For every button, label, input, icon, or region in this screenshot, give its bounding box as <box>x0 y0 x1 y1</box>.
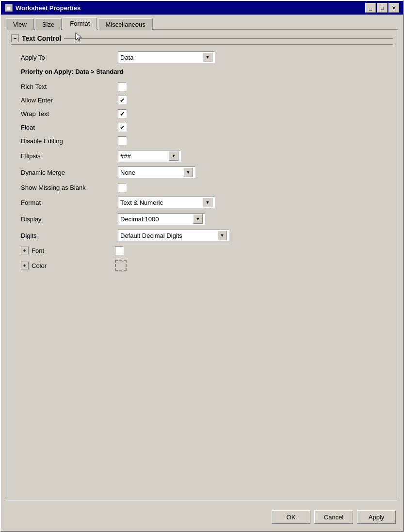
disable-editing-row: Disable Editing <box>11 136 393 145</box>
digits-row: Digits Default Decimal Digits ▼ <box>11 230 393 241</box>
title-bar-left: ■ Worksheet Properties <box>5 4 81 12</box>
window-icon: ■ <box>5 4 13 12</box>
close-button[interactable]: ✕ <box>388 3 399 13</box>
digits-value: Default Decimal Digits <box>120 232 182 239</box>
wrap-text-checkmark: ✔ <box>120 111 125 117</box>
float-row: Float ✔ <box>11 123 393 132</box>
display-select[interactable]: Decimal:1000 ▼ <box>118 213 205 225</box>
font-label: Font <box>32 247 109 254</box>
font-row: + Font <box>11 246 393 255</box>
apply-button[interactable]: Apply <box>357 510 396 524</box>
rich-text-label: Rich Text <box>21 83 118 90</box>
ellipsis-label: Ellipsis <box>21 152 118 160</box>
wrap-text-row: Wrap Text ✔ <box>11 109 393 118</box>
ellipsis-arrow: ▼ <box>169 151 178 161</box>
title-bar: ■ Worksheet Properties _ □ ✕ <box>1 1 403 15</box>
rich-text-row: Rich Text <box>11 82 393 91</box>
tab-size[interactable]: Size <box>35 18 62 30</box>
tab-view[interactable]: View <box>6 18 34 30</box>
worksheet-properties-window: ■ Worksheet Properties _ □ ✕ View Size F… <box>0 0 404 532</box>
show-missing-row: Show Missing as Blank <box>11 183 393 192</box>
tabs-row: View Size Format Miscellaneous <box>1 15 403 29</box>
ellipsis-select[interactable]: ### ▼ <box>118 150 181 162</box>
section-divider <box>64 38 393 39</box>
ellipsis-control: ### ▼ <box>118 150 181 162</box>
format-value: Text & Numeric <box>120 199 163 206</box>
apply-to-control: Data ▼ <box>118 51 215 63</box>
allow-enter-label: Allow Enter <box>21 97 118 104</box>
priority-row: Priority on Apply: Data > Standard <box>11 68 393 75</box>
tab-format[interactable]: Format <box>63 17 97 30</box>
ok-button[interactable]: OK <box>272 510 310 524</box>
display-value: Decimal:1000 <box>120 216 159 223</box>
color-label: Color <box>32 262 109 269</box>
dynamic-merge-row: Dynamic Merge None ▼ <box>11 166 393 178</box>
dynamic-merge-label: Dynamic Merge <box>21 169 118 176</box>
priority-text: Priority on Apply: Data > Standard <box>21 68 124 75</box>
tab-miscellaneous[interactable]: Miscellaneous <box>98 18 152 30</box>
apply-to-select[interactable]: Data ▼ <box>118 51 215 63</box>
rich-text-checkbox[interactable] <box>118 82 127 91</box>
float-label: Float <box>21 124 118 131</box>
dynamic-merge-control: None ▼ <box>118 166 195 178</box>
format-arrow: ▼ <box>203 198 212 207</box>
format-select[interactable]: Text & Numeric ▼ <box>118 197 215 208</box>
buttons-row: OK Cancel Apply <box>1 505 403 531</box>
display-label: Display <box>21 216 118 223</box>
wrap-text-label: Wrap Text <box>21 110 118 117</box>
disable-editing-checkbox[interactable] <box>118 136 127 145</box>
minimize-button[interactable]: _ <box>365 3 376 13</box>
maximize-button[interactable]: □ <box>377 3 388 13</box>
display-control: Decimal:1000 ▼ <box>118 213 205 225</box>
allow-enter-checkmark: ✔ <box>120 97 125 103</box>
disable-editing-label: Disable Editing <box>21 137 118 145</box>
title-buttons: _ □ ✕ <box>365 3 399 13</box>
text-control-collapse-button[interactable]: − <box>11 34 19 42</box>
digits-label: Digits <box>21 232 118 239</box>
digits-select[interactable]: Default Decimal Digits ▼ <box>118 230 229 241</box>
display-row: Display Decimal:1000 ▼ <box>11 213 393 225</box>
display-arrow: ▼ <box>193 214 203 224</box>
ellipsis-value: ### <box>120 152 131 160</box>
font-subsection-header: + Font <box>21 247 109 254</box>
apply-to-label: Apply To <box>21 54 118 61</box>
window-title: Worksheet Properties <box>16 4 81 12</box>
allow-enter-checkbox[interactable]: ✔ <box>118 96 127 104</box>
digits-control: Default Decimal Digits ▼ <box>118 230 229 241</box>
cancel-button[interactable]: Cancel <box>314 510 353 524</box>
dynamic-merge-arrow: ▼ <box>183 167 193 177</box>
apply-to-row: Apply To Data ▼ <box>11 51 393 63</box>
dynamic-merge-value: None <box>120 169 135 176</box>
text-control-title: Text Control <box>22 34 61 42</box>
show-missing-label: Show Missing as Blank <box>21 184 118 191</box>
font-expand-button[interactable]: + <box>21 247 29 254</box>
content-area: − Text Control Apply To Data ▼ Priority … <box>6 29 398 500</box>
dynamic-merge-select[interactable]: None ▼ <box>118 166 195 178</box>
format-label: Format <box>21 199 118 206</box>
wrap-text-checkbox[interactable]: ✔ <box>118 109 127 118</box>
window-icon-symbol: ■ <box>7 4 11 12</box>
text-control-section-header: − Text Control <box>11 34 393 45</box>
color-subsection-header: + Color <box>21 262 109 269</box>
ellipsis-row: Ellipsis ### ▼ <box>11 150 393 162</box>
font-checkbox[interactable] <box>115 246 124 255</box>
apply-to-arrow: ▼ <box>203 52 212 62</box>
color-row: + Color <box>11 260 393 271</box>
float-checkbox[interactable]: ✔ <box>118 123 127 132</box>
format-row: Format Text & Numeric ▼ <box>11 197 393 208</box>
color-swatch[interactable] <box>115 260 127 271</box>
show-missing-checkbox[interactable] <box>118 183 127 192</box>
apply-to-value: Data <box>120 54 133 61</box>
allow-enter-row: Allow Enter ✔ <box>11 96 393 104</box>
digits-arrow: ▼ <box>217 231 227 240</box>
float-checkmark: ✔ <box>120 124 125 131</box>
color-expand-button[interactable]: + <box>21 262 29 269</box>
format-control: Text & Numeric ▼ <box>118 197 215 208</box>
